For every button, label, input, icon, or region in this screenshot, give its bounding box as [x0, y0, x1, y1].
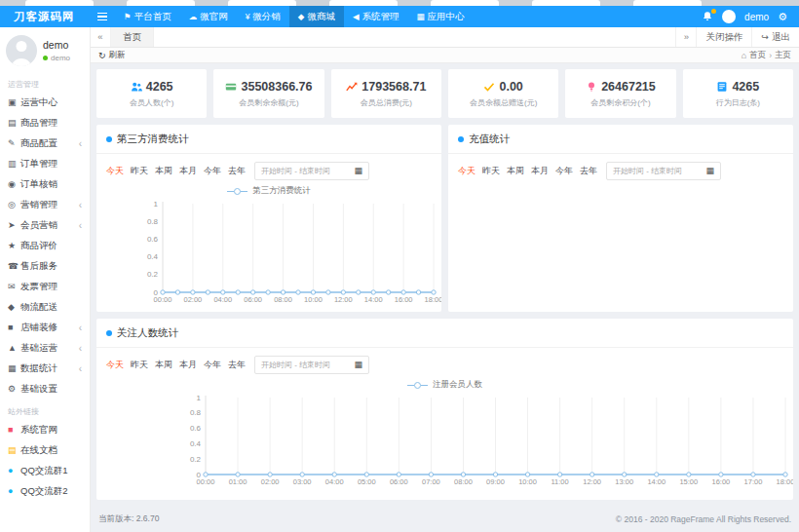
yen-icon: ¥ [246, 13, 250, 21]
chevron-left-icon: ‹ [79, 201, 82, 210]
goods-icon: ▤ [8, 119, 20, 128]
sidebar-item-goods-config[interactable]: ✎商品配置‹ [0, 133, 90, 154]
sidebar-menu: 运营管理▣运营中心▤商品管理✎商品配置‹▥订单管理◉订单核销◎营销管理‹➤会员营… [0, 72, 90, 502]
sidebar-item-goods-review[interactable]: ★商品评价 [0, 236, 90, 256]
member-icon: ➤ [8, 221, 20, 230]
bookmark-icon: ■ [8, 426, 20, 435]
filter-tab[interactable]: 昨天 [131, 359, 148, 371]
date-range-input[interactable]: 开始时间 - 结束时间 ▦ [606, 162, 721, 180]
top-menu-label: 微商城 [307, 11, 335, 23]
notification-bell-icon[interactable] [702, 11, 713, 22]
filter-tab[interactable]: 本周 [155, 165, 172, 177]
sidebar-item-order-management[interactable]: ▥订单管理 [0, 154, 90, 174]
tabs-scroll-right-icon[interactable]: » [675, 27, 696, 47]
filter-tab[interactable]: 本月 [179, 165, 197, 177]
svg-text:12:00: 12:00 [583, 477, 601, 486]
svg-text:09:00: 09:00 [486, 477, 505, 486]
svg-text:13:00: 13:00 [615, 477, 633, 486]
time-filter-tabs: 今天昨天本周本月今年去年 [458, 165, 597, 177]
filter-tab[interactable]: 昨天 [482, 165, 500, 177]
sidebar-user-card: demo demo [0, 27, 90, 72]
online-status-dot [43, 56, 48, 60]
top-menu-item-app-center[interactable]: ▦应用中心 [407, 6, 473, 27]
logout-label: 退出 [772, 31, 790, 44]
filter-tab[interactable]: 今天 [458, 165, 476, 177]
sidebar-item-goods-management[interactable]: ▤商品管理 [0, 113, 90, 133]
sidebar-item-label: 系统官网 [20, 424, 57, 437]
home-icon[interactable]: ⌂ [742, 51, 746, 60]
svg-text:18:00: 18:00 [425, 295, 441, 304]
sidebar-item-data-statistics[interactable]: ▦数据统计‹ [0, 359, 90, 379]
filter-tab[interactable]: 去年 [228, 359, 246, 371]
filter-tab[interactable]: 本周 [507, 165, 524, 177]
svg-text:10:00: 10:00 [518, 477, 537, 486]
top-menu-item-platform-home[interactable]: ⚑平台首页 [115, 6, 180, 27]
svg-text:08:00: 08:00 [454, 477, 473, 486]
sidebar-item-order-verification[interactable]: ◉订单核销 [0, 174, 90, 195]
close-operations-dropdown[interactable]: 关闭操作 [696, 27, 751, 47]
horn-icon: ◀ [353, 13, 360, 21]
navbar-right: demo ⚙ [702, 10, 799, 23]
sidebar-item-qq-group-2[interactable]: ●QQ交流群2 [0, 481, 90, 502]
copyright-text: © 2016 - 2020 RageFrame All Rights Reser… [616, 514, 791, 524]
top-menu-item-micro-site[interactable]: ☁微官网 [180, 6, 237, 27]
calendar-icon: ▦ [705, 167, 714, 175]
filter-tab[interactable]: 今年 [204, 359, 221, 371]
top-menu-label: 应用中心 [427, 11, 464, 23]
filter-tab[interactable]: 今年 [204, 165, 221, 177]
sidebar-item-basic-settings[interactable]: ⚙基础设置 [0, 379, 90, 399]
settings-gear-icon[interactable]: ⚙ [778, 11, 787, 23]
date-range-input[interactable]: 开始时间 - 结束时间 ▦ [254, 356, 369, 374]
sidebar-item-basic-operation[interactable]: ▲基础运营‹ [0, 338, 90, 359]
filter-tab[interactable]: 今天 [106, 359, 124, 371]
toolbar: ↻ 刷新 ⌂ 首页 › 主页 [91, 48, 799, 63]
sidebar-item-invoice-management[interactable]: ✉发票管理 [0, 277, 90, 297]
stat-value: 26467215 [601, 80, 656, 94]
refresh-button[interactable]: ↻ 刷新 [98, 50, 126, 61]
logout-button[interactable]: ↪ 退出 [751, 27, 799, 47]
username[interactable]: demo [744, 12, 769, 22]
panel-title: 关注人数统计 [117, 326, 178, 340]
stat-card-behavior-log: 4265 行为日志(条) [683, 69, 793, 118]
stat-card-member-count: 4265 会员人数(个) [96, 69, 207, 118]
filter-tab[interactable]: 本月 [179, 359, 197, 371]
tabs-scroll-left-icon[interactable]: « [91, 27, 111, 47]
panel-recharge-stats: 充值统计 今天昨天本周本月今年去年 开始时间 - 结束时间 ▦ [448, 125, 793, 312]
sidebar-item-shop-decoration[interactable]: ■店铺装修‹ [0, 318, 90, 338]
filter-tab[interactable]: 去年 [580, 165, 597, 177]
sidebar-item-marketing-management[interactable]: ◎营销管理‹ [0, 195, 90, 215]
svg-text:07:00: 07:00 [422, 477, 440, 486]
top-menu-item-system-management[interactable]: ◀系统管理 [344, 6, 408, 27]
svg-text:0.2: 0.2 [190, 455, 202, 464]
filter-tab[interactable]: 本周 [155, 359, 172, 371]
panel-followers-stats: 关注人数统计 今天昨天本周本月今年去年 开始时间 - 结束时间 ▦ 注册会员人数… [96, 319, 793, 500]
sidebar-item-operation-center[interactable]: ▣运营中心 [0, 93, 90, 113]
version-text: 当前版本: 2.6.70 [98, 513, 159, 525]
sidebar-item-label: 商品管理 [20, 117, 57, 130]
breadcrumb-home[interactable]: 首页 [749, 50, 766, 61]
legend-marker-icon [234, 188, 241, 195]
gear-icon: ⚙ [8, 385, 20, 394]
sidebar-item-qq-group-1[interactable]: ●QQ交流群1 [0, 461, 90, 481]
filter-tab[interactable]: 今天 [106, 165, 124, 177]
sidebar-item-online-docs[interactable]: ▤在线文档 [0, 440, 90, 461]
date-range-input[interactable]: 开始时间 - 结束时间 ▦ [254, 162, 369, 180]
chevron-left-icon: ‹ [79, 139, 82, 149]
filter-tab[interactable]: 今年 [555, 165, 573, 177]
hamburger-menu-icon[interactable] [90, 6, 115, 27]
sidebar-item-after-sale-service[interactable]: ☎售后服务 [0, 256, 90, 277]
top-menu-item-micro-mall[interactable]: ◆微商城 [289, 6, 344, 27]
filter-tab[interactable]: 去年 [228, 165, 246, 177]
sidebar-item-logistics-delivery[interactable]: ◆物流配送 [0, 297, 90, 318]
filter-tab[interactable]: 昨天 [131, 165, 148, 177]
user-avatar[interactable] [722, 10, 736, 23]
sidebar-item-member-marketing[interactable]: ➤会员营销‹ [0, 215, 90, 236]
tab-bar: « 首页 » 关闭操作 ↪ 退出 [91, 27, 799, 48]
svg-text:0.4: 0.4 [190, 439, 202, 448]
top-menu-item-micro-distribution[interactable]: ¥微分销 [237, 6, 289, 27]
filter-tab[interactable]: 本月 [531, 165, 549, 177]
tab-home[interactable]: 首页 [111, 27, 154, 47]
trend-icon [346, 81, 358, 93]
stats-row: 4265 会员人数(个) 35508366.76 会员剩余余额(元) [96, 69, 793, 118]
sidebar-item-official-site[interactable]: ■系统官网 [0, 420, 90, 440]
